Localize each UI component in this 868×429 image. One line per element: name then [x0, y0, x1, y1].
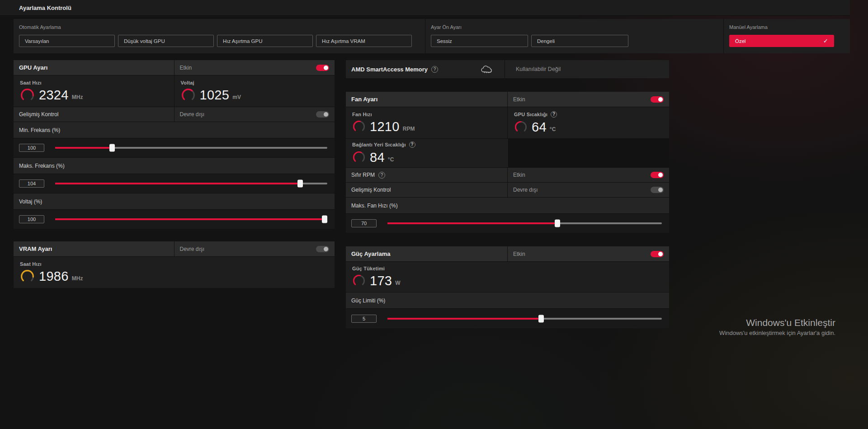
gpu-enabled-toggle[interactable] — [316, 65, 329, 71]
voltage-percent-input[interactable] — [19, 215, 44, 223]
slider-fill — [387, 222, 557, 224]
preset-balanced-button[interactable]: Dengeli — [531, 35, 628, 47]
power-limit-input[interactable] — [351, 315, 377, 323]
help-icon[interactable] — [378, 172, 385, 179]
fan-advanced-label-cell: Gelişmiş Kontrol — [346, 183, 508, 197]
fan-enabled-toggle[interactable] — [651, 96, 664, 103]
slider-thumb[interactable] — [109, 144, 115, 152]
fan-speed-label: Fan Hızı — [352, 112, 372, 117]
power-title-cell: Güç Ayarlama — [346, 246, 508, 261]
power-consumption-label: Güç Tüketimi — [352, 266, 385, 271]
gpu-advanced-label-cell: Gelişmiş Kontrol — [14, 107, 175, 122]
max-frequency-label-row: Maks. Frekans (%) — [14, 157, 335, 174]
vram-clock-label: Saat Hızı — [20, 261, 42, 267]
slider-thumb[interactable] — [538, 315, 544, 322]
min-frequency-slider-row — [14, 138, 335, 157]
power-tuning-card: Güç Ayarlama Etkin Güç Tüketimi 173 W — [346, 246, 669, 328]
manual-tuning-label: Manüel Ayarlama — [729, 24, 844, 30]
power-limit-slider-row — [346, 308, 669, 328]
junction-temperature-label-text: Bağlantı Yeri Sıcaklığı — [352, 142, 406, 147]
toggle-knob — [324, 247, 328, 251]
gauge-icon — [20, 88, 35, 103]
tuning-columns: GPU Ayarı Etkin Saat Hızı 2324 MHz — [14, 60, 868, 328]
preset-overclock-gpu-button[interactable]: Hız Aşırtma GPU — [217, 35, 313, 47]
preset-default-button[interactable]: Varsayılan — [19, 35, 115, 47]
fan-advanced-toggle[interactable] — [651, 187, 664, 193]
gpu-status-text: Etkin — [180, 65, 192, 71]
gpu-clock-unit: MHz — [72, 94, 83, 100]
slider-fill — [55, 147, 112, 149]
max-fan-speed-input[interactable] — [351, 219, 377, 227]
tuning-preset-buttons: Sessiz Dengeli — [431, 35, 718, 47]
power-card-title: Güç Ayarlama — [351, 250, 390, 257]
help-icon[interactable] — [409, 141, 415, 148]
voltage-percent-label: Voltaj (%) — [19, 198, 42, 205]
min-frequency-label: Min. Frekans (%) — [19, 127, 60, 133]
watermark-title: Windows'u Etkinleştir — [719, 317, 835, 328]
preset-undervolt-gpu-button[interactable]: Düşük voltaj GPU — [118, 35, 214, 47]
smart-access-memory-icon — [481, 65, 493, 74]
vram-title-cell: VRAM Ayarı — [14, 241, 175, 256]
check-icon: ✓ — [823, 38, 828, 44]
max-frequency-slider[interactable] — [55, 183, 327, 184]
help-icon[interactable] — [431, 66, 438, 73]
fan-tuning-card: Fan Ayarı Etkin Fan Hızı 1210 RPM — [346, 92, 669, 233]
power-status-text: Etkin — [513, 251, 525, 257]
vram-status-cell: Devre dışı — [175, 241, 335, 256]
toggle-knob — [658, 173, 663, 177]
gpu-temperature-label: GPU Sıcaklığı — [514, 111, 557, 118]
power-limit-slider[interactable] — [387, 318, 662, 320]
power-enabled-toggle[interactable] — [651, 251, 664, 257]
vram-tuning-card: VRAM Ayarı Devre dışı Saat Hızı 1986 MHz — [14, 241, 335, 288]
auto-tuning-group: Otomatik Ayarlama Varsayılan Düşük volta… — [14, 19, 425, 53]
fan-stats-row: Fan Hızı 1210 RPM GPU Sıcaklığı — [346, 107, 669, 138]
preset-quiet-button[interactable]: Sessiz — [431, 35, 528, 47]
fan-advanced-status-cell: Devre dışı — [508, 183, 669, 197]
slider-thumb[interactable] — [322, 216, 327, 223]
gpu-advanced-toggle[interactable] — [316, 111, 329, 118]
toggle-knob — [658, 252, 663, 256]
zero-rpm-toggle[interactable] — [651, 172, 664, 178]
toggle-knob — [324, 66, 328, 70]
gpu-temperature-unit: °C — [550, 126, 556, 132]
voltage-percent-slider[interactable] — [55, 218, 327, 220]
page-title: Ayarlama Kontrolü — [19, 5, 71, 11]
gpu-tuning-card: GPU Ayarı Etkin Saat Hızı 2324 MHz — [14, 60, 335, 229]
tuning-preset-group: Ayar Ön Ayarı Sessiz Dengeli — [425, 19, 723, 53]
power-stats-row: Güç Tüketimi 173 W — [346, 261, 669, 292]
gpu-card-header: GPU Ayarı Etkin — [14, 60, 335, 75]
gauge-icon — [20, 269, 35, 284]
vram-card-title: VRAM Ayarı — [19, 245, 52, 252]
vram-enabled-toggle[interactable] — [316, 246, 329, 252]
preset-custom-button[interactable]: Özel ✓ — [729, 35, 834, 47]
max-frequency-input[interactable] — [19, 179, 44, 188]
left-column: GPU Ayarı Etkin Saat Hızı 2324 MHz — [14, 60, 335, 288]
max-fan-speed-label: Maks. Fan Hızı (%) — [351, 203, 398, 209]
fan-advanced-status-text: Devre dışı — [513, 187, 538, 193]
min-frequency-slider[interactable] — [55, 147, 327, 149]
gpu-title-cell: GPU Ayarı — [14, 60, 175, 75]
auto-tuning-buttons: Varsayılan Düşük voltaj GPU Hız Aşırtma … — [19, 35, 420, 47]
fan-speed-value: 1210 — [370, 119, 400, 134]
junction-temperature-label: Bağlantı Yeri Sıcaklığı — [352, 141, 415, 148]
gpu-voltage-label: Voltaj — [181, 80, 194, 85]
gpu-advanced-status-text: Devre dışı — [180, 111, 205, 118]
preset-overclock-vram-button[interactable]: Hız Aşırtma VRAM — [316, 35, 412, 47]
smart-access-memory-row: AMD SmartAccess Memory Kullanılabilir De… — [346, 60, 669, 78]
toggle-knob — [658, 188, 663, 192]
windows-activation-watermark: Windows'u Etkinleştir Windows'u etkinleş… — [719, 317, 835, 336]
fan-card-header: Fan Ayarı Etkin — [346, 92, 669, 107]
max-fan-speed-slider[interactable] — [387, 222, 662, 224]
vram-clock-value: 1986 — [39, 269, 69, 284]
gpu-status-cell: Etkin — [175, 60, 335, 75]
min-frequency-input[interactable] — [19, 144, 44, 152]
voltage-percent-label-row: Voltaj (%) — [14, 193, 335, 209]
max-fan-speed-label-row: Maks. Fan Hızı (%) — [346, 197, 669, 213]
slider-thumb[interactable] — [297, 180, 303, 188]
voltage-percent-slider-row — [14, 209, 335, 229]
slider-thumb[interactable] — [555, 220, 560, 227]
help-icon[interactable] — [551, 111, 557, 118]
right-column: AMD SmartAccess Memory Kullanılabilir De… — [346, 60, 669, 328]
gpu-clock-label: Saat Hızı — [20, 80, 42, 85]
sam-status-cell: Kullanılabilir Değil — [505, 60, 669, 78]
